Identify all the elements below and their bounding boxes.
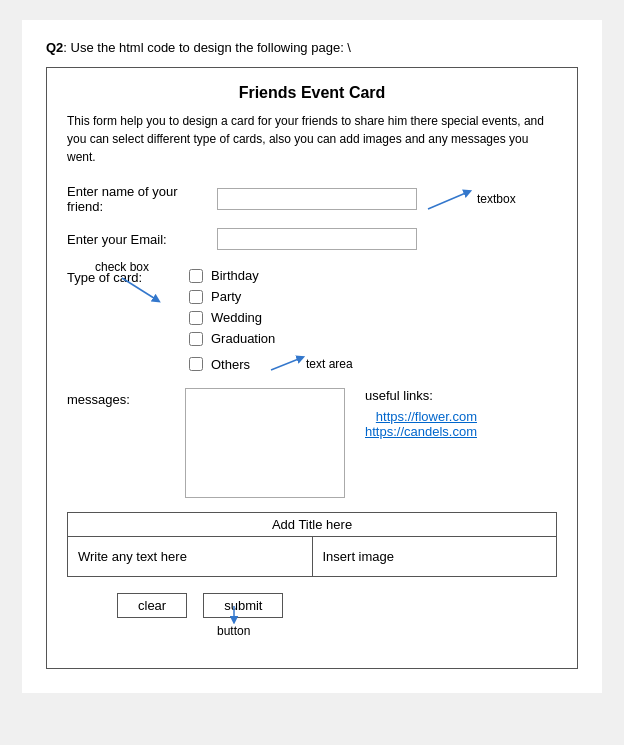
button-arrow-icon [219, 604, 249, 624]
birthday-label: Birthday [211, 268, 259, 283]
email-row: Enter your Email: [67, 228, 557, 250]
textbox-arrow-icon [423, 184, 473, 214]
useful-links-title: useful links: [365, 388, 477, 403]
birthday-checkbox[interactable] [189, 269, 203, 283]
page-wrapper: Q2: Use the html code to design the foll… [22, 20, 602, 693]
card-description: This form help you to design a card for … [67, 112, 557, 166]
table-cell-text: Write any text here [68, 537, 313, 577]
wedding-label: Wedding [211, 310, 262, 325]
flower-link[interactable]: https://flower.com [365, 409, 477, 424]
question-number: Q2 [46, 40, 63, 55]
party-label: Party [211, 289, 241, 304]
textarea-arrow-icon [266, 352, 306, 376]
svg-line-0 [428, 192, 468, 209]
clear-button[interactable]: clear [117, 593, 187, 618]
party-checkbox[interactable] [189, 290, 203, 304]
email-label: Enter your Email: [67, 232, 217, 247]
title-image-table: Add Title here Write any text here Inser… [67, 512, 557, 577]
title-image-container: Add Title here Write any text here Inser… [67, 512, 557, 577]
messages-section: messages: useful links: https://flower.c… [67, 388, 557, 498]
checkbox-birthday: Birthday [189, 268, 353, 283]
table-cell-image: Insert image [312, 537, 557, 577]
checkbox-others: Others text area [189, 352, 353, 376]
checkbox-graduation: Graduation [189, 331, 353, 346]
card-box: Friends Event Card This form help you to… [46, 67, 578, 669]
buttons-row: clear submit button [117, 593, 557, 618]
checkbox-arrow-icon [112, 268, 172, 308]
email-input[interactable] [217, 228, 417, 250]
question-label: Q2: Use the html code to design the foll… [46, 40, 578, 55]
others-checkbox[interactable] [189, 357, 203, 371]
question-text: : Use the html code to design the follow… [63, 40, 351, 55]
button-annotation: button [217, 624, 250, 638]
messages-label: messages: [67, 388, 167, 407]
svg-line-5 [271, 358, 301, 370]
checkbox-wedding: Wedding [189, 310, 353, 325]
graduation-checkbox[interactable] [189, 332, 203, 346]
name-input[interactable] [217, 188, 417, 210]
textbox-annotation: textbox [477, 192, 516, 206]
card-title: Friends Event Card [67, 84, 557, 102]
messages-textarea[interactable] [185, 388, 345, 498]
candels-link[interactable]: https://candels.com [365, 424, 477, 439]
graduation-label: Graduation [211, 331, 275, 346]
name-row: Enter name of your friend: textbox [67, 184, 557, 214]
table-header: Add Title here [68, 513, 557, 537]
textarea-annotation: text area [306, 357, 353, 371]
checkbox-annotation: check box [95, 260, 149, 274]
name-label: Enter name of your friend: [67, 184, 217, 214]
wedding-checkbox[interactable] [189, 311, 203, 325]
others-label: Others [211, 357, 250, 372]
type-of-card-section: Type of card: check box [67, 268, 557, 376]
useful-links-block: useful links: https://flower.com https:/… [365, 388, 477, 439]
checkbox-party: Party [189, 289, 353, 304]
svg-line-3 [122, 278, 157, 300]
checkbox-list: Birthday Party Wedding Graduation [189, 268, 353, 376]
